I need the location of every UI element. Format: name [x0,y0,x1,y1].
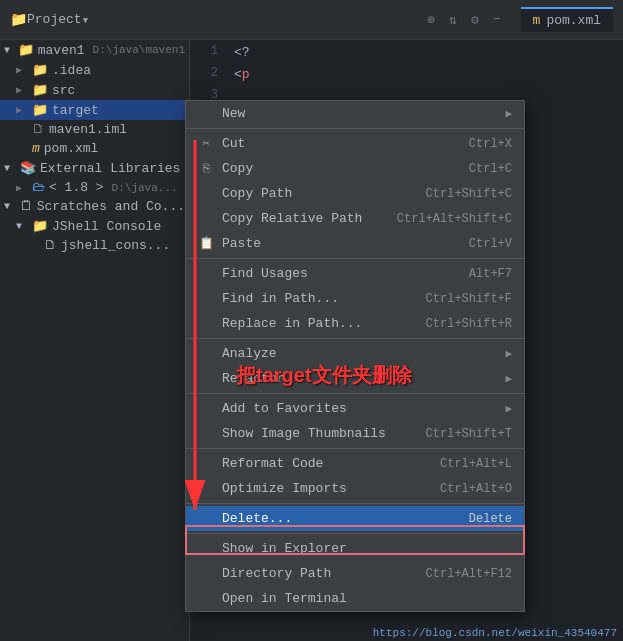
tree-arrow-target: ▶ [16,104,28,116]
menu-item-copy-relative-path[interactable]: Copy Relative Path Ctrl+Alt+Shift+C [186,206,524,231]
cut-icon: ✂ [198,136,214,151]
ide-container: 📁 Project ▾ ⊕ ⇅ ⚙ − m pom.xml ▼ 📁 maven1… [0,0,623,641]
project-folder-icon: 📁 [10,11,27,28]
toolbar-title: Project [27,12,82,27]
menu-item-paste[interactable]: 📋 Paste Ctrl+V [186,231,524,256]
url-bar: https://blog.csdn.net/weixin_43540477 [367,625,623,641]
directory-path-shortcut: Ctrl+Alt+F12 [426,567,512,581]
tree-label-src: src [52,83,75,98]
paste-icon: 📋 [198,236,214,251]
tree-root-item[interactable]: ▼ 📁 maven1 D:\java\maven1 [0,40,189,60]
url-text: https://blog.csdn.net/weixin_43540477 [373,627,617,639]
delete-shortcut: Delete [469,512,512,526]
tree-item-iml[interactable]: ▶ 🗋 maven1.iml [0,120,189,139]
find-in-path-shortcut: Ctrl+Shift+F [426,292,512,306]
tree-arrow-ext-libs: ▼ [4,163,16,174]
cut-shortcut: Ctrl+X [469,137,512,151]
ext-libs-icon: 📚 [20,160,36,176]
separator-4 [186,393,524,394]
analyze-arrow: ▶ [505,347,512,360]
tree-item-jshell-file[interactable]: ▶ 🗋 jshell_cons... [0,236,189,255]
paste-shortcut: Ctrl+V [469,237,512,251]
separator-6 [186,503,524,504]
tree-item-src[interactable]: ▶ 📁 src [0,80,189,100]
tree-arrow-root: ▼ [4,45,14,56]
menu-text-open-terminal: Open in Terminal [222,591,512,606]
tree-root-label: maven1 [38,43,85,58]
menu-item-analyze[interactable]: Analyze ▶ [186,341,524,366]
settings-icon[interactable]: ⚙ [471,12,479,28]
tree-label-ext-libs: External Libraries [40,161,180,176]
editor-line-2: <p [234,64,615,86]
minimize-icon[interactable]: − [493,12,501,27]
copy-rel-path-shortcut: Ctrl+Alt+Shift+C [397,212,512,226]
menu-text-copy: Copy [222,161,461,176]
toolbar: 📁 Project ▾ ⊕ ⇅ ⚙ − m pom.xml [0,0,623,40]
tree-arrow-scratches: ▼ [4,201,16,212]
menu-text-thumbnails: Show Image Thumbnails [222,426,418,441]
tree-label-pom: pom.xml [44,141,99,156]
jshell-file-icon: 🗋 [44,238,57,253]
separator-3 [186,338,524,339]
menu-item-thumbnails[interactable]: Show Image Thumbnails Ctrl+Shift+T [186,421,524,446]
menu-item-open-terminal[interactable]: Open in Terminal [186,586,524,611]
collapse-icon[interactable]: ⇅ [449,12,457,28]
jdk-path: D:\java... [112,182,178,194]
tree-root-path: D:\java\maven1 [93,44,185,56]
sidebar: ▼ 📁 maven1 D:\java\maven1 ▶ 📁 .idea ▶ 📁 … [0,40,190,641]
tree-item-jshell[interactable]: ▼ 📁 JShell Console [0,216,189,236]
toolbar-dropdown-icon[interactable]: ▾ [82,12,90,28]
menu-item-delete[interactable]: Delete... Delete [186,506,524,531]
pom-xml-tab[interactable]: pom.xml [546,13,601,28]
replace-in-path-shortcut: Ctrl+Shift+R [426,317,512,331]
menu-item-copy-path[interactable]: Copy Path Ctrl+Shift+C [186,181,524,206]
tree-item-pom[interactable]: ▶ m pom.xml [0,139,189,158]
jdk-icon: 🗁 [32,180,45,195]
menu-text-analyze: Analyze [222,346,497,361]
tree-item-idea[interactable]: ▶ 📁 .idea [0,60,189,80]
separator-1 [186,128,524,129]
tree-item-ext-libs[interactable]: ▼ 📚 External Libraries [0,158,189,178]
menu-item-directory-path[interactable]: Directory Path Ctrl+Alt+F12 [186,561,524,586]
menu-item-new[interactable]: New ▶ [186,101,524,126]
find-usages-shortcut: Alt+F7 [469,267,512,281]
tree-arrow-jshell: ▼ [16,221,28,232]
menu-text-paste: Paste [222,236,461,251]
xml-tab-icon: m [533,13,541,28]
locate-icon[interactable]: ⊕ [427,12,435,28]
context-menu: New ▶ ✂ Cut Ctrl+X ⎘ Copy Ctrl+C Copy Pa… [185,100,525,612]
thumbnails-shortcut: Ctrl+Shift+T [426,427,512,441]
separator-2 [186,258,524,259]
menu-item-refactor[interactable]: Refactor ▶ 把target文件夹删除 [186,366,524,391]
menu-text-optimize-imports: Optimize Imports [222,481,432,496]
new-arrow: ▶ [505,107,512,120]
toolbar-icons: ⊕ ⇅ ⚙ − [427,12,500,28]
menu-text-show-in-explorer: Show in Explorer [222,541,512,556]
menu-text-new: New [222,106,497,121]
separator-5 [186,448,524,449]
tree-item-target[interactable]: ▶ 📁 target [0,100,189,120]
menu-item-copy[interactable]: ⎘ Copy Ctrl+C [186,156,524,181]
line-num-1: 1 [190,40,218,62]
menu-item-show-in-explorer[interactable]: Show in Explorer [186,536,524,561]
menu-item-replace-in-path[interactable]: Replace in Path... Ctrl+Shift+R [186,311,524,336]
tree-label-scratches: Scratches and Co... [37,199,185,214]
tree-label-iml: maven1.iml [49,122,127,137]
menu-item-add-favorites[interactable]: Add to Favorites ▶ [186,396,524,421]
menu-text-reformat: Reformat Code [222,456,432,471]
menu-text-refactor: Refactor [222,371,497,386]
menu-text-directory-path: Directory Path [222,566,418,581]
target-folder-icon: 📁 [32,102,48,118]
menu-item-find-in-path[interactable]: Find in Path... Ctrl+Shift+F [186,286,524,311]
optimize-imports-shortcut: Ctrl+Alt+O [440,482,512,496]
menu-text-find-usages: Find Usages [222,266,461,281]
tree-label-jshell: JShell Console [52,219,161,234]
tree-item-scratches[interactable]: ▼ 🗒 Scratches and Co... [0,197,189,216]
editor-content[interactable]: <? <p [226,40,623,88]
menu-item-reformat[interactable]: Reformat Code Ctrl+Alt+L [186,451,524,476]
menu-item-cut[interactable]: ✂ Cut Ctrl+X [186,131,524,156]
menu-item-optimize-imports[interactable]: Optimize Imports Ctrl+Alt+O [186,476,524,501]
menu-item-find-usages[interactable]: Find Usages Alt+F7 [186,261,524,286]
tree-item-jdk[interactable]: ▶ 🗁 < 1.8 > D:\java... [0,178,189,197]
tree-arrow-src: ▶ [16,84,28,96]
